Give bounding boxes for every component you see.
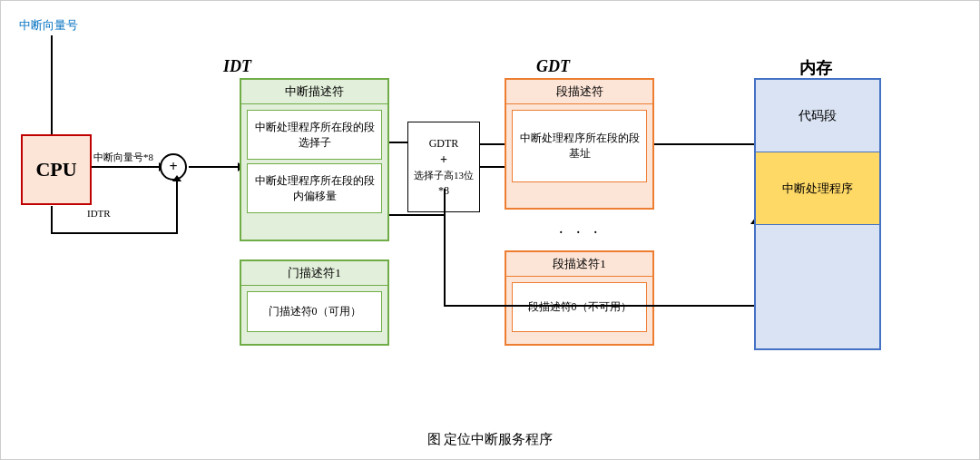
idt-offset-h xyxy=(389,214,446,216)
memory-code-section: 代码段 xyxy=(756,80,879,152)
idt-sel-line-h xyxy=(389,142,409,143)
plus-symbol: + xyxy=(169,159,177,175)
cpu-box: CPU xyxy=(21,134,92,205)
gdt-lower-box: 段描述符1 段描述符0（不可用） xyxy=(505,250,654,346)
memory-interrupt-section: 中断处理程序 xyxy=(756,152,879,225)
gdtr-line3: 选择子高13位 xyxy=(414,169,474,182)
offset-to-mem-v1 xyxy=(444,216,446,307)
memory-box: 代码段 中断处理程序 xyxy=(754,78,881,350)
idt-main-box: 中断描述符 中断处理程序所在段的段选择子 中断处理程序所在段的段内偏移量 xyxy=(240,78,389,241)
arrow-gdtr-to-gdt xyxy=(480,166,505,168)
cpu-label: CPU xyxy=(35,158,76,181)
interrupt-times8-label: 中断向量号*8 xyxy=(93,151,153,164)
interrupt-line-vertical xyxy=(51,35,53,135)
arrow-cpu-to-adder xyxy=(92,166,160,168)
interrupt-vector-label: 中断向量号 xyxy=(19,17,78,34)
idt-main-box-title: 中断描述符 xyxy=(241,80,387,104)
gdtr-line1: GDTR xyxy=(429,137,459,151)
idtr-up-line xyxy=(176,181,178,233)
figure-caption: 图 定位中断服务程序 xyxy=(1,431,979,448)
memory-interrupt-label: 中断处理程序 xyxy=(782,181,853,197)
gdt-title: GDT xyxy=(536,57,570,76)
idtr-horizontal-line xyxy=(51,232,178,234)
gdtr-line2: + xyxy=(440,152,447,167)
idt-inner-box2: 中断处理程序所在段的段内偏移量 xyxy=(247,163,382,213)
memory-title: 内存 xyxy=(799,57,832,79)
gdt-upper-title: 段描述符 xyxy=(506,80,652,104)
idt-lower-inner: 门描述符0（可用） xyxy=(247,291,382,332)
gdtr-to-gdt-line xyxy=(480,143,505,145)
idtr-vertical-line xyxy=(51,206,53,233)
offset-to-mem-h xyxy=(444,305,756,307)
arrow-adder-to-idt xyxy=(189,166,239,168)
idt-lower-box: 门描述符1 门描述符0（可用） xyxy=(240,259,389,346)
gdt-upper-box: 段描述符 中断处理程序所在段的段基址 xyxy=(505,78,654,210)
idt-title: IDT xyxy=(223,57,251,76)
gdt-lower-inner: 段描述符0（不可用） xyxy=(512,282,647,332)
idt-lower-title: 门描述符1 xyxy=(241,261,387,286)
idtr-label: IDTR xyxy=(87,208,111,219)
diagram-container: 中断向量号 CPU 中断向量号*8 IDTR + IDT 中断描述符 中断处理程… xyxy=(0,0,980,460)
gdt-lower-title: 段描述符1 xyxy=(506,252,652,277)
idt-inner-box1: 中断处理程序所在段的段选择子 xyxy=(247,110,382,160)
arrow-gdt-to-mem xyxy=(654,143,756,145)
idt-offset-v xyxy=(444,189,446,216)
memory-code-label: 代码段 xyxy=(799,108,837,124)
dots-separator: · · · xyxy=(559,223,603,242)
gdt-upper-inner: 中断处理程序所在段的段基址 xyxy=(512,110,647,182)
